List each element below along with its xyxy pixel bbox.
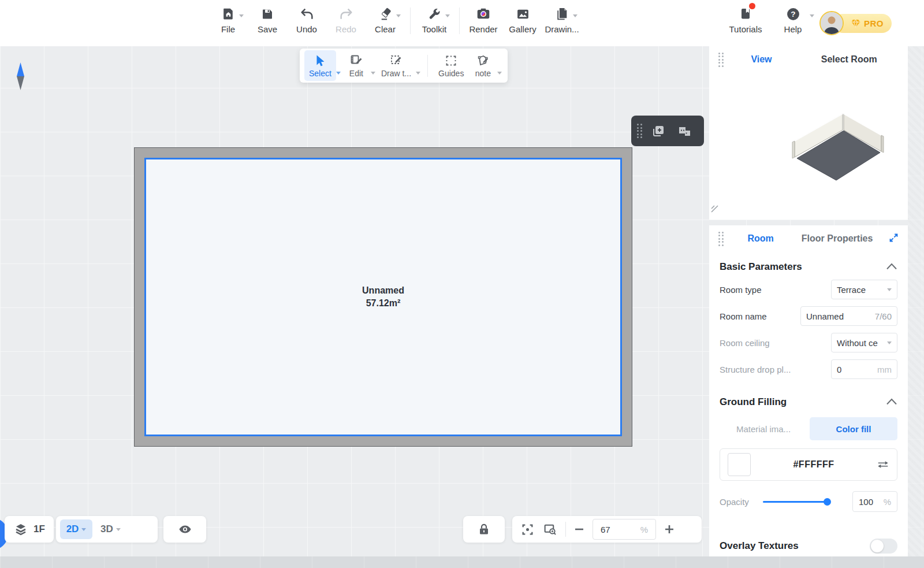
merge-blocks-button[interactable] [675,121,695,142]
overlay-textures-title: Overlay Textures [720,540,799,552]
room-name-label: Room name [720,311,767,321]
tutorials-button[interactable]: Tutorials [729,5,762,34]
overlay-textures-toggle[interactable] [870,539,897,554]
caret-down-icon [810,14,814,17]
caret-down-icon [887,341,892,344]
guides-tool-button[interactable]: Guides [434,50,468,81]
note-tool-button[interactable]: note [468,50,497,81]
visibility-button[interactable] [163,516,206,543]
color-swatch[interactable] [728,453,751,476]
toolkit-button[interactable]: Toolkit [418,5,451,34]
note-tool-label: note [475,69,491,78]
edit-icon [349,54,363,68]
mode-3d-button[interactable]: 3D [100,524,121,535]
zoom-in-button[interactable] [664,524,675,535]
structure-drop-input[interactable]: 0 mm [831,359,897,379]
mode-2d-button[interactable]: 2D [60,519,92,539]
tab-select-room[interactable]: Select Room [799,54,899,65]
clear-button[interactable]: Clear [368,5,402,34]
drag-handle-icon[interactable] [718,53,724,67]
zoom-out-button[interactable] [573,524,585,535]
room-selection-outline: Unnamed 57.12m² [144,158,622,436]
help-button[interactable]: ? Help [776,5,810,34]
opacity-input[interactable]: 100 % [852,491,897,512]
floor-label: 1F [33,524,45,535]
drawing-button[interactable]: Drawin... [545,5,579,34]
canvas-floating-toolbar [631,116,704,146]
redo-icon [338,5,354,23]
undo-icon [299,5,315,23]
gallery-button[interactable]: Gallery [506,5,539,34]
gallery-icon [515,5,531,23]
toolbar-divider [459,8,460,34]
lock-button[interactable] [463,516,505,543]
structure-drop-unit: mm [877,365,892,374]
caret-down-icon [445,14,450,17]
eraser-icon [377,5,393,23]
file-icon [220,5,236,23]
guides-icon [444,54,458,68]
mode-3d-label: 3D [100,524,113,535]
tab-material-image[interactable]: Material ima... [720,417,807,440]
slider-knob[interactable] [824,498,831,506]
file-button[interactable]: File [211,5,245,34]
tab-room[interactable]: Room [748,233,774,244]
edit-tool-label: Edit [349,69,363,78]
caret-down-icon[interactable] [371,72,375,75]
collapse-chevron-icon[interactable] [886,262,897,272]
drawing-button-label: Drawin... [545,24,579,34]
room-properties-panel: Room Floor Properties Basic Parameters R… [709,225,908,556]
undo-button[interactable]: Undo [290,5,323,34]
room-ceiling-label: Room ceiling [720,338,770,348]
draw-dashed-icon [389,54,403,68]
select-tool-label: Select [309,69,331,78]
help-icon: ? [785,5,801,23]
zoom-area-icon [542,522,558,537]
tab-view[interactable]: View [724,54,800,65]
collapse-chevron-icon[interactable] [886,397,897,407]
toggle-knob [871,540,884,552]
eye-icon [177,522,193,536]
swap-color-button[interactable] [877,459,889,470]
zoom-level-input[interactable]: 67 % [593,519,656,540]
basic-parameters-title: Basic Parameters [720,261,802,273]
redo-button[interactable]: Redo [329,5,363,34]
edit-tool-palette: Select Edit Draw t... Guides note [300,49,508,83]
fit-to-screen-button[interactable] [520,522,535,537]
room-shape[interactable]: Unnamed 57.12m² [135,148,632,446]
tab-floor-properties[interactable]: Floor Properties [802,233,873,244]
room-ceiling-select[interactable]: Without ce [831,333,897,352]
drag-handle-icon[interactable] [637,124,642,138]
user-avatar[interactable] [819,11,844,35]
floor-selector-button[interactable]: 1F [5,516,54,543]
drag-handle-icon[interactable] [718,232,724,246]
room-type-select[interactable]: Terrace [831,280,897,299]
add-layer-icon [651,124,666,139]
select-tool-button[interactable]: Select [304,50,336,81]
room-name-input[interactable]: Unnamed 7/60 [800,306,897,326]
room-name-counter: 7/60 [875,311,892,321]
draw-tool-button[interactable]: Draw t... [377,50,416,81]
caret-down-icon[interactable] [336,72,341,75]
panel-resize-icon[interactable] [711,205,719,216]
watermark-gutter [908,46,924,556]
edit-tool-button[interactable]: Edit [342,50,371,81]
redo-button-label: Redo [336,24,356,34]
room-type-value: Terrace [837,285,866,295]
zoom-to-area-button[interactable] [542,522,558,537]
blocks-icon [677,124,692,139]
caret-down-icon[interactable] [497,72,502,75]
room-area-label: 57.12m² [366,297,401,310]
tab-color-fill[interactable]: Color fill [810,417,897,440]
save-button[interactable]: Save [251,5,284,34]
tutorials-book-icon [737,5,754,23]
expand-panel-icon[interactable] [889,233,899,245]
lock-icon [477,522,491,537]
caret-down-icon[interactable] [416,72,420,75]
add-overlay-button[interactable] [648,121,669,142]
render-button[interactable]: Render [467,5,500,34]
opacity-slider[interactable] [763,501,828,503]
zoom-level-value: 67 [601,525,610,534]
room-3d-preview[interactable] [709,73,908,220]
save-icon [259,5,275,23]
